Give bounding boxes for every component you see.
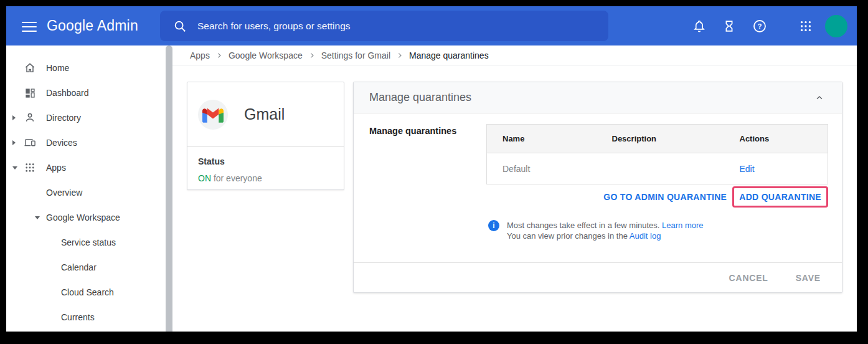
panel-header[interactable]: Manage quarantines — [354, 82, 842, 113]
expand-down-icon — [35, 216, 40, 219]
svg-text:?: ? — [758, 22, 762, 30]
sidebar-item-apps[interactable]: Apps — [6, 155, 166, 180]
sidebar-item-service-status[interactable]: Service status — [6, 230, 166, 255]
table-row: Default Edit — [487, 153, 828, 184]
sidebar-item-directory[interactable]: Directory — [6, 105, 166, 130]
info-line-1: Most changes take effect in a few minute… — [507, 221, 662, 230]
column-header-description: Description — [597, 125, 724, 153]
chevron-right-icon — [216, 52, 222, 59]
apps-grid-icon[interactable] — [798, 19, 813, 34]
audit-log-link[interactable]: Audit log — [630, 231, 661, 241]
panel-title: Manage quarantines — [369, 91, 471, 104]
sidebar-nav: Home Dashboard Directory Devices Apps Ov… — [6, 45, 166, 332]
panel-footer: CANCEL SAVE — [354, 262, 842, 292]
breadcrumb-apps[interactable]: Apps — [190, 50, 210, 60]
admin-console-window: Google Admin ? Ho — [6, 6, 857, 332]
info-note: i Most changes take effect in a few minu… — [486, 220, 828, 241]
info-line-2: You can view prior changes in the — [507, 231, 630, 241]
column-header-name: Name — [487, 125, 597, 153]
sidebar-item-currents[interactable]: Currents — [6, 305, 166, 330]
chevron-up-icon[interactable] — [812, 90, 827, 105]
main-content: Apps Google Workspace Settings for Gmail… — [172, 45, 857, 332]
notifications-bell-icon[interactable] — [692, 19, 707, 34]
breadcrumb-settings-for-gmail[interactable]: Settings for Gmail — [321, 50, 390, 60]
sidebar-item-devices[interactable]: Devices — [6, 130, 166, 155]
person-icon — [24, 112, 36, 124]
info-icon: i — [488, 220, 499, 231]
search-input[interactable] — [197, 21, 571, 32]
breadcrumb-current: Manage quarantines — [409, 50, 489, 60]
help-icon[interactable]: ? — [752, 19, 767, 34]
sidebar-item-dashboard[interactable]: Dashboard — [6, 80, 166, 105]
status-on-badge: ON — [198, 173, 211, 183]
search-bar[interactable] — [160, 11, 608, 41]
quarantine-actions-row: GO TO ADMIN QUARANTINE ADD QUARANTINE — [486, 186, 828, 208]
breadcrumb: Apps Google Workspace Settings for Gmail… — [172, 45, 857, 65]
dashboard-icon — [24, 87, 36, 99]
quarantine-name-cell: Default — [487, 153, 597, 184]
column-header-actions: Actions — [724, 125, 828, 153]
breadcrumb-google-workspace[interactable]: Google Workspace — [229, 50, 303, 60]
expand-right-icon — [12, 115, 16, 120]
quarantines-table: Name Description Actions Default Edit — [486, 124, 828, 184]
go-to-admin-quarantine-button[interactable]: GO TO ADMIN QUARANTINE — [603, 192, 727, 202]
gmail-service-card: Gmail Status ON for everyone — [187, 82, 344, 190]
sidebar-scrollbar[interactable] — [166, 45, 172, 332]
section-label: Manage quarantines — [369, 124, 486, 262]
save-button[interactable]: SAVE — [796, 273, 821, 283]
expand-down-icon — [12, 166, 17, 170]
highlight-annotation-box: ADD QUARANTINE — [732, 186, 828, 208]
tasks-hourglass-icon[interactable] — [722, 19, 737, 34]
learn-more-link[interactable]: Learn more — [662, 221, 703, 230]
cancel-button[interactable]: CANCEL — [729, 273, 768, 283]
devices-icon — [24, 136, 36, 149]
expand-right-icon — [12, 140, 16, 145]
gmail-logo — [198, 100, 228, 130]
sidebar-item-home[interactable]: Home — [6, 55, 166, 80]
edit-link[interactable]: Edit — [740, 164, 755, 174]
panel-body: Manage quarantines Name Description Acti… — [354, 113, 842, 262]
menu-icon[interactable] — [22, 19, 37, 34]
topbar: Google Admin ? — [6, 6, 857, 45]
sidebar-item-cloud-search[interactable]: Cloud Search — [6, 280, 166, 305]
home-icon — [24, 62, 36, 74]
account-avatar[interactable] — [825, 15, 847, 37]
chevron-right-icon — [397, 52, 403, 59]
topbar-actions: ? — [692, 6, 847, 45]
sidebar-item-google-workspace[interactable]: Google Workspace — [6, 205, 166, 230]
add-quarantine-button[interactable]: ADD QUARANTINE — [739, 192, 821, 202]
brand-logo: Google Admin — [47, 6, 138, 45]
sidebar-item-overview[interactable]: Overview — [6, 180, 166, 205]
status-value: ON for everyone — [198, 173, 333, 183]
apps-dots-icon — [24, 161, 36, 174]
service-title: Gmail — [244, 105, 285, 123]
manage-quarantines-panel: Manage quarantines Manage quarantines Na… — [353, 82, 842, 293]
search-icon — [172, 19, 187, 34]
status-label: Status — [198, 156, 333, 166]
sidebar-item-calendar[interactable]: Calendar — [6, 255, 166, 280]
chevron-right-icon — [309, 52, 315, 59]
quarantine-description-cell — [597, 153, 724, 184]
